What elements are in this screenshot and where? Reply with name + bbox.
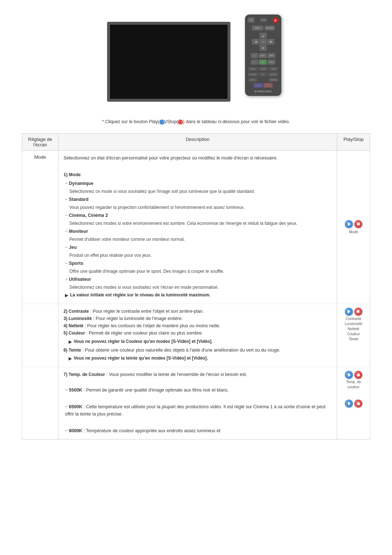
mode-desc-cinema: Sélectionnez ces modes si votre environn… xyxy=(64,220,332,227)
mode-desc-dynamique: Sélectionnez ce mode si vous souhaitez q… xyxy=(64,188,332,195)
main-table: Réglage de l'écran Description Play/Stop… xyxy=(22,133,370,440)
mode-item-standard: − Standard xyxy=(64,196,332,203)
mode-stop-btn[interactable] xyxy=(354,220,362,228)
menu-btn[interactable]: MENU xyxy=(252,25,264,31)
remote-vol-row: + EXIT INFO xyxy=(248,53,278,58)
mode-desc-moniteur: Permet d'utiliser votre moniteur comme u… xyxy=(64,236,332,243)
pmode-btn[interactable]: P.MODE xyxy=(269,78,278,82)
play-icon-inline xyxy=(159,119,164,125)
mode-play-stop-pair xyxy=(345,220,362,228)
remote-psize-row: P.SIZE P.MODE xyxy=(248,78,278,82)
temp-play-btn1[interactable] xyxy=(345,371,353,379)
temp-label xyxy=(22,367,58,439)
nav-right[interactable]: ▶ xyxy=(267,39,274,45)
nav-center[interactable]: ↩ xyxy=(260,39,267,45)
mode-playstop: Mode xyxy=(337,151,370,304)
mode-item-sports: − Sports xyxy=(64,260,332,267)
instruction-line: * Cliquez sur le bouton Play()/Stop() da… xyxy=(22,116,370,127)
temp-row: 7) Temp. de Couleur : Vous pouvez modifi… xyxy=(22,367,370,439)
temp-playstop: Temp. de couleur xyxy=(337,367,370,439)
info-btn[interactable]: INFO xyxy=(268,53,275,58)
mode-content: Sélectionnez un état d'écran personnalis… xyxy=(58,151,337,304)
remote-menu-row: MENU RETURN xyxy=(248,25,278,31)
lock-btn[interactable]: ⚙ xyxy=(259,60,267,65)
still-btn[interactable]: STILL xyxy=(268,60,275,65)
temp-6500: − 6500K : Cette température est utilisée… xyxy=(64,403,332,418)
vol-down[interactable]: − xyxy=(251,60,258,65)
samsung-logo: SAMSUNG xyxy=(254,90,272,93)
video-btn[interactable]: VIDEO xyxy=(248,67,258,71)
top-section: ON AUTO ⏻ MENU RETURN ▲ ◀ ↩ ▶ xyxy=(22,15,370,102)
remote-source-row2: S-VIDEO PC INSTALL xyxy=(248,72,278,76)
settings-play-stop-pair xyxy=(345,308,362,316)
rec-btn[interactable]: ● xyxy=(264,83,273,88)
empty-btn xyxy=(258,78,268,82)
temp-play-group2 xyxy=(345,400,362,408)
nav-down[interactable]: ▼ xyxy=(260,45,267,51)
remote-bottom-btns: ● ● xyxy=(248,83,278,88)
table-header: Réglage de l'écran Description Play/Stop xyxy=(22,134,370,151)
mode-item-jeu: − Jeu xyxy=(64,244,332,251)
mode-desc-sports: Offre une qualité d'image optimale pour … xyxy=(64,268,332,275)
nav-up[interactable]: ▲ xyxy=(260,33,267,39)
contraste-item: 2) Contraste : Pour régler le contraste … xyxy=(64,308,332,315)
settings-playstop: ContrasteLuminositéNettetéCouleurTeinte xyxy=(337,304,370,367)
temp-play-group: Temp. de couleur xyxy=(340,371,367,390)
temp-play-btn2[interactable] xyxy=(345,400,353,408)
settings-play-btn[interactable] xyxy=(345,308,353,316)
remote-vol-row2: − ⚙ STILL xyxy=(248,60,278,65)
mode-desc-jeu: Produit un effet plus réaliste pour vos … xyxy=(64,252,332,259)
fav-btn[interactable]: ● xyxy=(254,83,263,88)
temp-stop-btn1[interactable] xyxy=(354,371,362,379)
remote-control: ON AUTO ⏻ MENU RETURN ▲ ◀ ↩ ▶ xyxy=(245,15,281,96)
return-btn[interactable]: RETURN xyxy=(265,25,275,31)
settings-stop-btn[interactable] xyxy=(354,308,362,316)
couleur-bullet: ▶ Vous ne pouvez régler la Couleur qu'en… xyxy=(64,338,332,345)
teinte-bullet: ▶ Vous ne pouvez régler la teinte qu'en … xyxy=(64,355,332,362)
mode-item-moniteur: − Moniteur xyxy=(64,228,332,235)
exit-btn[interactable]: EXIT xyxy=(259,53,267,58)
remote-top-row: ON AUTO ⏻ xyxy=(248,17,278,23)
tv-screen xyxy=(110,25,228,99)
mode-item-dynamique: − Dynamique xyxy=(64,180,332,187)
nettete-item: 4) Netteté : Pour régler les contours de… xyxy=(64,322,332,329)
header-col1: Réglage de l'écran xyxy=(22,134,58,150)
mode-play-btn[interactable] xyxy=(345,220,353,228)
mode-item-cinema: − Cinéma, Cinéma 2 xyxy=(64,212,332,219)
temp-8000: − 8000K : Température de couleur appropr… xyxy=(64,427,332,434)
settings-label xyxy=(22,304,58,367)
mode-label: Mode xyxy=(22,151,58,304)
install-btn[interactable]: INSTALL xyxy=(269,72,278,76)
pc-btn[interactable]: PC xyxy=(258,72,268,76)
tv-image xyxy=(107,22,230,102)
temp-stop-btn2[interactable] xyxy=(354,400,362,408)
vol-up[interactable]: + xyxy=(251,53,258,58)
hdmi-btn[interactable]: HDMI xyxy=(269,67,278,71)
remote-container: ON AUTO ⏻ MENU RETURN ▲ ◀ ↩ ▶ xyxy=(241,15,285,96)
mode-intro: Sélectionnez un état d'écran personnalis… xyxy=(64,154,332,162)
temp-play-stop-pair1 xyxy=(345,371,362,379)
remote-source-row: VIDEO COMP HDMI xyxy=(248,67,278,71)
mode-btn-label: Mode xyxy=(349,230,358,234)
temp-5500: − 5500K : Permet de garantir une qualité… xyxy=(64,386,332,394)
remote-power-btn[interactable]: ⏻ xyxy=(273,17,278,23)
remote-on-btn[interactable]: ON xyxy=(248,17,254,23)
couleur-item: 5) Couleur : Permet de régler une couleu… xyxy=(64,329,332,337)
header-col2: Description xyxy=(58,134,337,150)
temp-content: 7) Temp. de Couleur : Vous pouvez modifi… xyxy=(58,367,337,439)
psize-btn[interactable]: P.SIZE xyxy=(248,78,258,82)
luminosite-item: 3) Luminosité : Pour régler la luminosit… xyxy=(64,315,332,322)
nav-left[interactable]: ◀ xyxy=(252,39,259,45)
temp-play-stop-pair2 xyxy=(345,400,362,408)
temp-intro: 7) Temp. de Couleur : Vous pouvez modifi… xyxy=(64,371,332,378)
mode-row: Mode Sélectionnez un état d'écran person… xyxy=(22,151,370,304)
mode-desc-standard: Vous pouvez regarder la projection confo… xyxy=(64,204,332,211)
svideo-btn[interactable]: S-VIDEO xyxy=(248,72,258,76)
mode-section-title: 1) Mode xyxy=(64,171,332,178)
page-container: ON AUTO ⏻ MENU RETURN ▲ ◀ ↩ ▶ xyxy=(0,0,392,454)
teinte-item: 6) Teinte : Pour obtenir une couleur plu… xyxy=(64,347,332,354)
settings-content: 2) Contraste : Pour régler le contraste … xyxy=(58,304,337,367)
comp-btn[interactable]: COMP xyxy=(258,67,268,71)
mode-item-utilisateur: − Utilisateur xyxy=(64,276,332,283)
mode-bullet: ▶ La valeur initiale est réglée sur le n… xyxy=(64,292,332,299)
